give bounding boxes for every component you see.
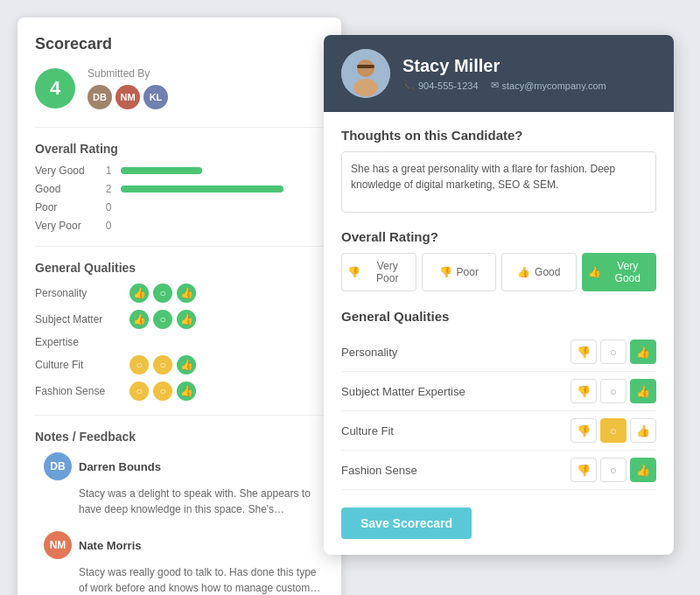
- gq-controls-personality: 👎 ○ 👍: [570, 340, 656, 364]
- rating-bar-container-good: [121, 186, 324, 192]
- gq-neutral-personality[interactable]: ○: [600, 340, 626, 364]
- dot-1: 👍: [130, 284, 149, 303]
- rating-bar-container-poor: [121, 204, 324, 211]
- avatar-1: DB: [88, 85, 112, 109]
- rating-good-label: Good: [535, 266, 560, 278]
- gq-thumbdown-culture[interactable]: 👎: [570, 418, 597, 443]
- dot-f3: 👍: [177, 382, 196, 401]
- detail-body: Thoughts on this Candidate? Overall Rati…: [324, 112, 674, 555]
- quality-name-fashion: Fashion Sense: [35, 385, 122, 397]
- gq-thumbdown-fashion[interactable]: 👎: [570, 458, 597, 482]
- candidate-contact: 📞 904-555-1234 ✉ stacy@mycompany.com: [402, 80, 606, 91]
- dot-c2: ○: [153, 355, 172, 374]
- dot-s1: 👍: [130, 310, 149, 329]
- dot-group-culture: ○ ○ 👍: [130, 355, 196, 374]
- note-item-2: NM Nate Morris Stacy was really good to …: [35, 531, 324, 595]
- note-avatar-1: DB: [44, 452, 72, 480]
- gq-controls-culture: 👎 ○ 👍: [570, 418, 656, 443]
- overall-rating-options: 👎 Very Poor 👎 Poor 👍 Good 👍 Very Good: [341, 253, 656, 291]
- quality-culture-fit: Culture Fit ○ ○ 👍: [35, 355, 324, 374]
- rating-row-poor: Poor 0: [35, 201, 324, 214]
- avatar-group: DB NM KL: [88, 85, 168, 109]
- candidate-header: Stacy Miller 📞 904-555-1234 ✉ stacy@myco…: [324, 35, 674, 112]
- rating-verygood[interactable]: 👍 Very Good: [582, 253, 657, 291]
- gq-thumbup-subject[interactable]: 👍: [630, 379, 656, 403]
- quality-name-personality: Personality: [35, 287, 122, 299]
- note-avatar-2: NM: [44, 531, 72, 559]
- note-text-1: Stacy was a delight to speak with. She a…: [44, 486, 324, 517]
- phone-icon: 📞: [402, 80, 415, 91]
- gq-thumbup-personality[interactable]: 👍: [630, 340, 656, 364]
- note-author-nate: Nate Morris: [79, 539, 142, 552]
- rating-row-verypoor: Very Poor 0: [35, 220, 324, 232]
- rating-label-good: Good: [35, 183, 96, 195]
- gq-row-fashion: Fashion Sense 👎 ○ 👍: [341, 451, 656, 490]
- quality-personality: Personality 👍 ○ 👍: [35, 284, 324, 303]
- rating-good[interactable]: 👍 Good: [501, 253, 577, 291]
- rating-row-verygood: Very Good 1: [35, 164, 324, 177]
- thoughts-title: Thoughts on this Candidate?: [341, 128, 656, 143]
- gq-thumbup-culture[interactable]: 👍: [630, 418, 656, 443]
- dot-group-subject: 👍 ○ 👍: [130, 310, 196, 329]
- gq-thumbdown-subject[interactable]: 👎: [570, 379, 597, 403]
- rating-count-good: 2: [103, 183, 114, 195]
- rating-label-verygood: Very Good: [35, 164, 96, 177]
- candidate-info: Stacy Miller 📞 904-555-1234 ✉ stacy@myco…: [402, 56, 606, 91]
- gq-thumbdown-personality[interactable]: 👎: [570, 340, 597, 364]
- save-scorecard-button[interactable]: Save Scorecard: [341, 508, 472, 539]
- dot-c1: ○: [130, 355, 149, 374]
- gq-neutral-culture[interactable]: ○: [600, 418, 626, 443]
- rating-bar-good: [121, 186, 284, 192]
- scorecard-panel: Scorecard 4 Submitted By DB NM KL Overal…: [18, 18, 341, 595]
- dot-c3: 👍: [177, 355, 196, 374]
- gq-controls-fashion: 👎 ○ 👍: [570, 458, 656, 482]
- thoughts-textarea[interactable]: [341, 151, 656, 213]
- avatar-3: KL: [144, 85, 168, 109]
- general-qualities-table: Personality 👎 ○ 👍 Subject Matter Experti…: [341, 332, 656, 490]
- dot-2: ○: [153, 284, 172, 303]
- score-badge: 4: [35, 68, 75, 108]
- note-author-row-2: NM Nate Morris: [44, 531, 324, 559]
- rating-verypoor[interactable]: 👎 Very Poor: [341, 253, 416, 291]
- dot-group-fashion: ○ ○ 👍: [130, 382, 196, 401]
- dot-f2: ○: [153, 382, 172, 401]
- email-icon: ✉: [491, 80, 499, 91]
- scorecard-title: Scorecard: [35, 35, 324, 53]
- note-item-1: DB Darren Bounds Stacy was a delight to …: [35, 452, 324, 517]
- quality-expertise: Expertise: [35, 336, 324, 348]
- dot-3: 👍: [177, 284, 196, 303]
- rating-poor-label: Poor: [457, 266, 479, 278]
- email-address: stacy@mycompany.com: [502, 80, 606, 91]
- quality-subject-matter: Subject Matter 👍 ○ 👍: [35, 310, 324, 329]
- overall-rating-title: Overall Rating?: [341, 229, 656, 244]
- gq-neutral-subject[interactable]: ○: [600, 379, 626, 403]
- candidate-photo: [341, 49, 390, 98]
- notes-title: Notes / Feedback: [35, 430, 324, 444]
- gq-neutral-fashion[interactable]: ○: [600, 458, 626, 482]
- gq-label-subject: Subject Matter Expertise: [341, 385, 466, 398]
- overall-rating-title: Overall Rating: [35, 142, 324, 156]
- rating-count-poor: 0: [103, 201, 114, 214]
- gq-label-personality: Personality: [341, 346, 397, 359]
- general-qualities-title: General Qualities: [35, 261, 324, 275]
- phone-number: 904-555-1234: [418, 80, 479, 91]
- notes-section: Notes / Feedback DB Darren Bounds Stacy …: [35, 430, 324, 595]
- rating-label-verypoor: Very Poor: [35, 220, 96, 232]
- dot-s3: 👍: [177, 310, 196, 329]
- avatar-2: NM: [116, 85, 140, 109]
- rating-count-verypoor: 0: [103, 220, 114, 232]
- rating-poor[interactable]: 👎 Poor: [422, 253, 497, 291]
- general-qualities-section: General Qualities Personality 👍 ○ 👍 Subj…: [35, 261, 324, 401]
- dot-group-personality: 👍 ○ 👍: [130, 284, 196, 303]
- rating-bar-container-verygood: [121, 167, 324, 174]
- note-text-2: Stacy was really good to talk to. Has do…: [44, 564, 324, 595]
- submitted-section: 4 Submitted By DB NM KL: [35, 67, 324, 109]
- rating-bar-container-verypoor: [121, 222, 324, 229]
- gq-controls-subject: 👎 ○ 👍: [570, 379, 656, 403]
- divider-2: [35, 246, 324, 247]
- contact-email: ✉ stacy@mycompany.com: [491, 80, 606, 91]
- divider-1: [35, 127, 324, 128]
- candidate-name: Stacy Miller: [402, 56, 606, 76]
- gq-row-personality: Personality 👎 ○ 👍: [341, 332, 656, 372]
- gq-thumbup-fashion[interactable]: 👍: [630, 458, 656, 482]
